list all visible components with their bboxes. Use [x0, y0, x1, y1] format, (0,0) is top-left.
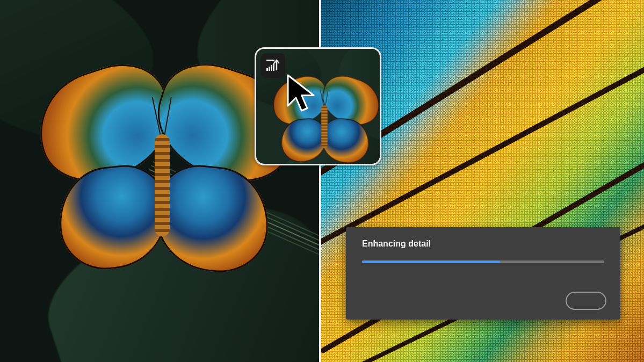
action-thumbnail — [255, 47, 381, 165]
svg-rect-0 — [266, 68, 268, 71]
upscale-detail-icon[interactable] — [261, 53, 285, 78]
dialog-title: Enhancing detail — [362, 239, 604, 249]
svg-rect-3 — [273, 63, 274, 71]
progress-bar — [362, 260, 604, 263]
cancel-button[interactable] — [566, 292, 606, 310]
progress-fill — [362, 260, 500, 263]
svg-rect-1 — [269, 67, 270, 71]
progress-dialog: Enhancing detail — [346, 227, 620, 320]
svg-rect-2 — [271, 65, 272, 71]
svg-rect-4 — [266, 60, 274, 61]
